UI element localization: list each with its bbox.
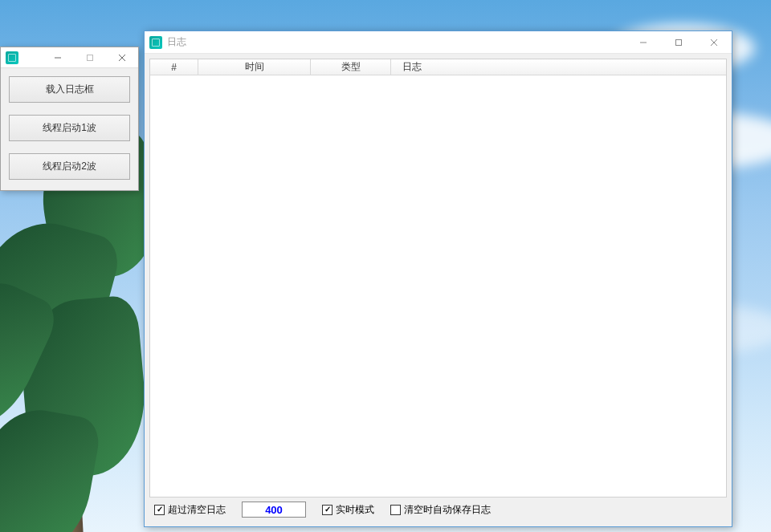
window-controls (42, 47, 138, 67)
column-header-log[interactable]: 日志 (391, 59, 726, 75)
window-controls (626, 31, 732, 53)
log-table-header: # 时间 类型 日志 (150, 59, 726, 75)
autosave-label: 清空时自动保存日志 (404, 503, 491, 517)
maximize-button[interactable] (661, 31, 696, 53)
log-window-titlebar[interactable]: 日志 (145, 31, 732, 54)
control-window-titlebar[interactable] (1, 47, 138, 68)
maximize-button (74, 47, 106, 67)
realtime-label: 实时模式 (336, 503, 374, 517)
load-log-button[interactable]: 载入日志框 (9, 76, 130, 103)
control-window: 载入日志框 线程启动1波 线程启动2波 (0, 47, 139, 191)
clear-over-checkbox[interactable] (154, 505, 165, 515)
minimize-button[interactable] (42, 47, 74, 67)
log-bottom-bar: 超过清空日志 实时模式 清空时自动保存日志 (149, 497, 727, 522)
thread-start-2-button[interactable]: 线程启动2波 (9, 153, 130, 180)
thread-start-1-button[interactable]: 线程启动1波 (9, 115, 130, 141)
realtime-checkbox[interactable] (322, 505, 332, 515)
close-button[interactable] (696, 31, 732, 53)
app-icon (149, 36, 162, 49)
autosave-checkbox[interactable] (390, 505, 401, 515)
svg-rect-5 (676, 39, 682, 45)
autosave-option: 清空时自动保存日志 (390, 503, 491, 517)
log-window-body: # 时间 类型 日志 超过清空日志 实时模式 清空时自动保存日志 (145, 54, 732, 526)
column-header-time[interactable]: 时间 (198, 59, 311, 75)
column-header-num[interactable]: # (150, 59, 198, 75)
svg-rect-1 (88, 55, 93, 60)
clear-over-label: 超过清空日志 (168, 503, 226, 517)
threshold-input[interactable] (242, 502, 306, 518)
log-window: 日志 # 时间 类型 日志 超过清空日志 (144, 30, 732, 527)
app-icon (6, 51, 18, 64)
log-window-title: 日志 (167, 35, 186, 49)
realtime-option: 实时模式 (322, 503, 374, 517)
column-header-type[interactable]: 类型 (311, 59, 391, 75)
close-button[interactable] (106, 47, 138, 67)
minimize-button[interactable] (626, 31, 661, 53)
control-window-body: 载入日志框 线程启动1波 线程启动2波 (1, 68, 138, 188)
log-table[interactable]: # 时间 类型 日志 (149, 59, 727, 497)
clear-over-option: 超过清空日志 (154, 503, 226, 517)
